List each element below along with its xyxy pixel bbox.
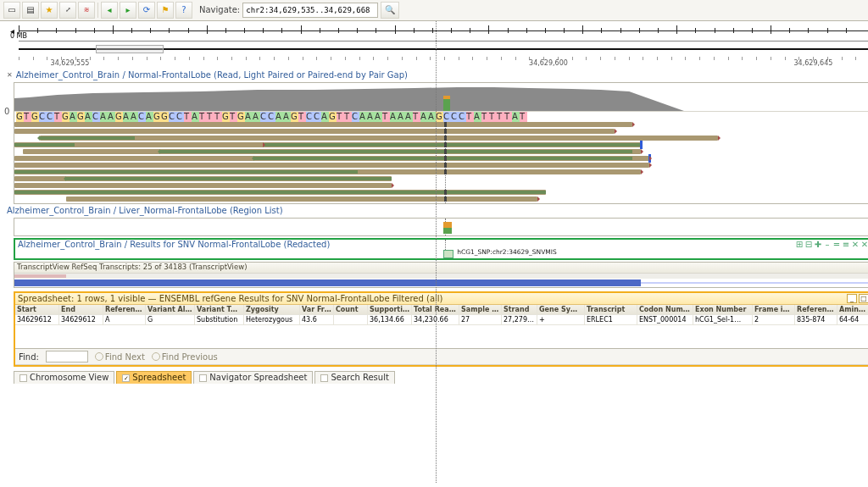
tab-checkbox[interactable] [199, 374, 207, 382]
column-header[interactable]: Sample ID [459, 305, 502, 315]
cell[interactable]: 34629612 [59, 315, 103, 325]
chromosome-ruler[interactable]: ◂ 0 MB ▸ [19, 23, 868, 42]
find-next-button[interactable]: Find Next [95, 352, 145, 362]
results-track-title: Alzheimer_Control_Brain / Results for SN… [18, 240, 330, 249]
column-header[interactable]: Strand [502, 305, 537, 315]
results-track[interactable]: Alzheimer_Control_Brain / Results for SN… [14, 238, 868, 260]
cell[interactable]: 36,134.66 [368, 315, 412, 325]
cell[interactable] [334, 315, 368, 325]
aligned-read[interactable] [75, 142, 264, 147]
cell[interactable]: 835-874 [795, 315, 837, 325]
column-header[interactable]: Total Reads [412, 305, 459, 315]
results-track-controls[interactable]: ⊞⊟✚–=≡✕✕ [794, 240, 868, 249]
cell[interactable]: + [537, 315, 585, 325]
back-button[interactable]: ◂ [101, 2, 118, 19]
transcript-track-title: TranscriptView RefSeq Transcripts: 25 of… [14, 263, 868, 274]
aligned-read[interactable] [220, 163, 649, 168]
column-header[interactable]: Var Freq [300, 305, 334, 315]
aligned-read[interactable] [358, 169, 641, 174]
ctrl-minus-icon: – [823, 240, 832, 247]
doc-icon[interactable]: ▤ [22, 2, 39, 19]
sheet-maximize-button[interactable]: □ [859, 294, 868, 303]
position-label: 34,629,555 [51, 59, 90, 67]
dna-icon[interactable]: ≋ [78, 2, 95, 19]
column-header[interactable]: Zygosity [244, 305, 300, 315]
aligned-read[interactable] [66, 176, 392, 181]
column-header[interactable]: Count [334, 305, 368, 315]
cell[interactable]: 27 [459, 315, 502, 325]
find-previous-button[interactable]: Find Previous [152, 352, 218, 362]
tab-checkbox[interactable] [19, 374, 27, 382]
reads-track-header[interactable]: ✕ Alzheimer_Control_Brain / Normal-Front… [3, 70, 868, 80]
results-feature[interactable] [443, 250, 453, 258]
go-button[interactable]: 🔍 [381, 2, 399, 19]
aligned-read[interactable] [66, 196, 538, 202]
cell[interactable]: 27,279,276 [502, 315, 537, 325]
column-header[interactable]: End [59, 305, 103, 315]
cell[interactable]: Heterozygous [244, 315, 300, 325]
tab-checkbox[interactable] [320, 374, 328, 382]
cell[interactable]: 64-64 [837, 315, 868, 325]
tab-search-result[interactable]: Search Result [314, 371, 394, 384]
collapse-icon[interactable]: ✕ [7, 71, 13, 79]
cell[interactable]: ERLEC1 [585, 315, 637, 325]
cell[interactable]: 43.6 [300, 315, 334, 325]
aligned-read[interactable] [135, 136, 718, 141]
cell[interactable]: 34,230.66 [412, 315, 459, 325]
column-header[interactable]: Codon Number [637, 305, 693, 315]
spreadsheet-title-bar[interactable]: Spreadsheet: 1 rows, 1 visible — ENSEMBL… [15, 293, 868, 306]
reads-track[interactable]: 0 GTGCCTGAGACAAGAACAGGCCTATTTGTGAACCAAGT… [14, 82, 868, 204]
cell[interactable]: Substitution [195, 315, 244, 325]
help-button[interactable]: ? [175, 2, 192, 19]
aligned-read[interactable] [14, 183, 392, 188]
find-input[interactable] [46, 351, 88, 362]
sheet-minimize-button[interactable]: _ [847, 294, 857, 303]
tab-navigator-spreadsheet[interactable]: Navigator Spreadsheet [193, 371, 313, 384]
column-header[interactable]: Gene Symbol [537, 305, 585, 315]
aligned-read[interactable] [14, 129, 615, 134]
regions-track[interactable] [14, 218, 868, 236]
tab-chromosome-view[interactable]: Chromosome View [14, 371, 114, 384]
tab-checkbox[interactable]: ✓ [122, 374, 130, 382]
aligned-read[interactable] [14, 190, 546, 195]
column-header[interactable]: Supporting [368, 305, 412, 315]
aligned-read[interactable] [254, 156, 632, 161]
star-icon[interactable]: ★ [41, 2, 58, 19]
spreadsheet-grid[interactable]: StartEndReferenceVariant AlleleVariant T… [15, 305, 868, 325]
column-header[interactable]: Exon Number [693, 305, 753, 315]
bookmark-icon[interactable]: ⚑ [157, 2, 174, 19]
column-header[interactable]: Start [15, 305, 59, 315]
tab-spreadsheet[interactable]: ✓Spreadsheet [116, 371, 192, 384]
column-header[interactable]: Transcript [585, 305, 637, 315]
position-ruler[interactable]: 34,629,55534,629,60034,629,645 [19, 57, 868, 67]
refresh-button[interactable]: ⟳ [138, 2, 155, 19]
cell[interactable]: 34629612 [15, 315, 59, 325]
regions-track-header[interactable]: Alzheimer_Control_Brain / Liver_Normal-F… [3, 206, 868, 216]
ctrl-zoom-out-icon: ⊟ [804, 240, 813, 247]
cell[interactable]: 2 [753, 315, 795, 325]
position-label: 34,629,600 [529, 59, 568, 67]
spreadsheet-title: Spreadsheet: 1 rows, 1 visible — ENSEMBL… [18, 294, 443, 304]
reads-pileup[interactable] [14, 122, 868, 203]
forward-button[interactable]: ▸ [120, 2, 136, 19]
column-header[interactable]: Frame in … [753, 305, 795, 315]
cell[interactable]: ENST_000014 [637, 315, 693, 325]
navigate-input[interactable] [242, 3, 378, 18]
column-header[interactable]: Amino Ac… [837, 305, 868, 315]
aligned-read[interactable] [14, 122, 632, 127]
column-header[interactable]: Reference [103, 305, 146, 315]
zoom-selection-icon[interactable]: ⤢ [59, 2, 76, 19]
cell[interactable]: hCG1_Sel-1… [693, 315, 753, 325]
position-label: 34,629,645 [794, 59, 833, 67]
column-header[interactable]: Variant Type [195, 305, 244, 315]
overview-bar[interactable] [19, 45, 868, 53]
aligned-read[interactable] [160, 149, 632, 154]
column-header[interactable]: Variant Allele [146, 305, 195, 315]
transcript-track[interactable]: TranscriptView RefSeq Transcripts: 25 of… [14, 262, 868, 288]
frame-icon[interactable]: ▭ [3, 2, 20, 19]
column-header[interactable]: Reference … [795, 305, 837, 315]
transcript-model[interactable] [14, 279, 868, 287]
cell[interactable]: G [146, 315, 195, 325]
cell[interactable]: A [103, 315, 146, 325]
overview-viewport[interactable] [96, 45, 164, 53]
